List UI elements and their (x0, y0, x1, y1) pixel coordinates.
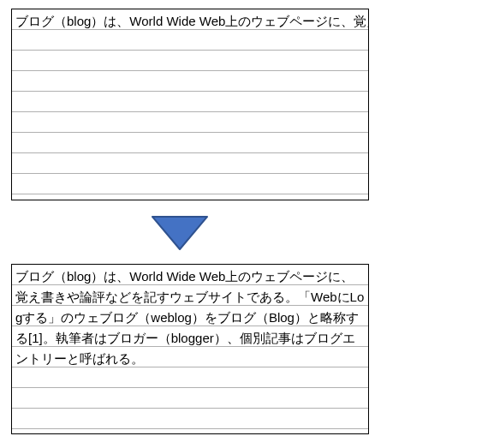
textbox-before-text: ブログ（blog）は、World Wide Web上のウェブページに、覚え (15, 11, 369, 32)
down-arrow (137, 211, 223, 255)
figure-stage: ブログ（blog）は、World Wide Web上のウェブページに、覚え ブロ… (0, 0, 488, 448)
rule-lines (12, 9, 368, 200)
textbox-after: ブログ（blog）は、World Wide Web上のウェブページに、覚え書きや… (11, 264, 369, 434)
chevron-down-icon (149, 213, 211, 253)
svg-marker-0 (152, 217, 207, 249)
textbox-before: ブログ（blog）は、World Wide Web上のウェブページに、覚え (11, 9, 369, 200)
textbox-after-text: ブログ（blog）は、World Wide Web上のウェブページに、覚え書きや… (15, 266, 365, 369)
